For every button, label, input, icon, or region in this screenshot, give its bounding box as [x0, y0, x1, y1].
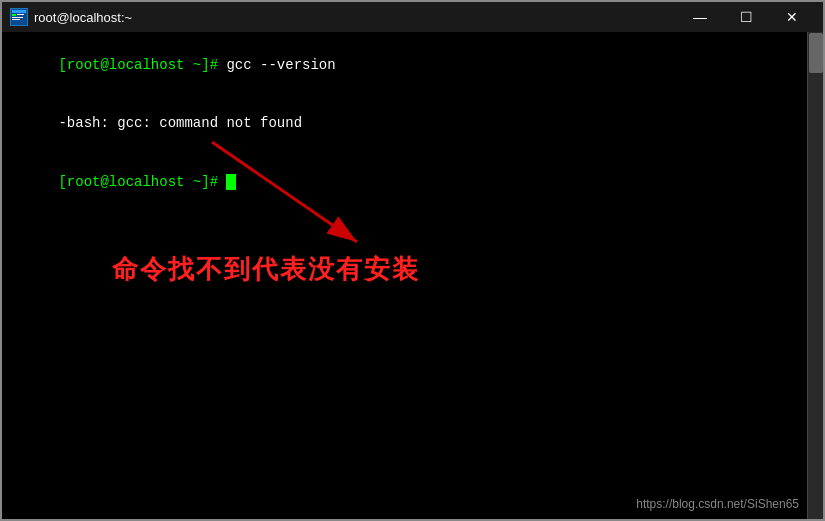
prompt-2: [root@localhost ~]# — [58, 174, 226, 190]
prompt-1: [root@localhost ~]# — [58, 57, 226, 73]
close-button[interactable]: ✕ — [769, 2, 815, 32]
annotation-text: 命令找不到代表没有安装 — [112, 252, 420, 287]
maximize-button[interactable]: ☐ — [723, 2, 769, 32]
watermark: https://blog.csdn.net/SiShen65 — [636, 497, 799, 511]
svg-rect-4 — [17, 14, 24, 15]
command-1: gcc --version — [226, 57, 335, 73]
svg-rect-3 — [12, 14, 16, 16]
minimize-button[interactable]: — — [677, 2, 723, 32]
scrollbar[interactable] — [807, 32, 823, 519]
terminal-line-3: [root@localhost ~]# — [8, 154, 817, 213]
error-text: -bash: gcc: command not found — [58, 115, 302, 131]
window-controls: — ☐ ✕ — [677, 2, 815, 32]
svg-rect-6 — [12, 19, 20, 20]
svg-rect-2 — [12, 10, 26, 13]
terminal-line-1: [root@localhost ~]# gcc --version — [8, 36, 817, 95]
title-bar: root@localhost:~ — ☐ ✕ — [2, 2, 823, 32]
svg-rect-5 — [12, 17, 23, 18]
terminal-icon — [10, 8, 28, 26]
cursor — [226, 174, 236, 190]
window-title: root@localhost:~ — [34, 10, 671, 25]
scrollbar-thumb[interactable] — [809, 33, 823, 73]
terminal-line-2: -bash: gcc: command not found — [8, 95, 817, 154]
terminal-body[interactable]: [root@localhost ~]# gcc --version -bash:… — [2, 32, 823, 519]
terminal-window: root@localhost:~ — ☐ ✕ [root@localhost ~… — [0, 0, 825, 521]
